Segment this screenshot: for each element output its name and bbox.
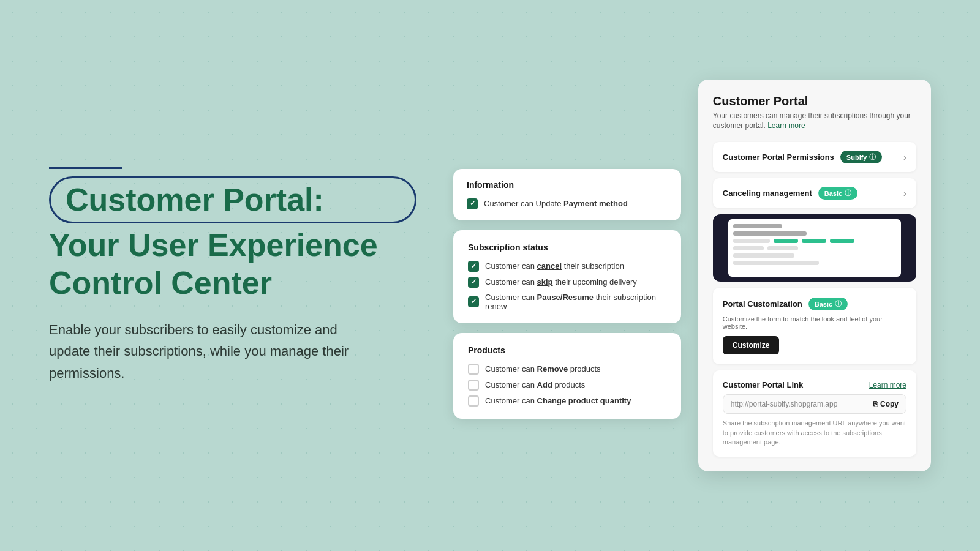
- ss-row-2: [733, 231, 896, 236]
- permissions-row[interactable]: Customer Portal Permissions Subify ⓘ ›: [713, 142, 916, 172]
- product-item-add: Customer can Add products: [468, 380, 666, 391]
- subscription-item-cancel: Customer can cancel their subscription: [468, 261, 666, 272]
- link-footnote: Share the subscription management URL an…: [723, 419, 907, 447]
- link-title: Customer Portal Link: [723, 380, 803, 389]
- copy-icon: ⎘: [873, 400, 878, 408]
- portal-panel: Customer Portal Your customers can manag…: [698, 80, 931, 472]
- title-outlined: Customer Portal:: [49, 176, 417, 223]
- info-icon: ⓘ: [869, 152, 876, 162]
- permissions-badge: Subify ⓘ: [840, 151, 883, 163]
- customize-button[interactable]: Customize: [723, 336, 780, 354]
- screenshot-inner: [728, 219, 901, 277]
- checkbox-add: [468, 380, 479, 391]
- checkbox-pause: [468, 296, 479, 307]
- link-section: Customer Portal Link Learn more http://p…: [713, 370, 916, 457]
- canceling-label: Canceling management: [723, 189, 812, 198]
- ss-row-4: [733, 246, 896, 250]
- product-item-change: Customer can Change product quantity: [468, 395, 666, 407]
- products-card-title: Products: [468, 345, 666, 355]
- subscription-item-skip: Customer can skip their upcoming deliver…: [468, 277, 666, 288]
- product-item-remove: Customer can Remove products: [468, 364, 666, 375]
- customization-label: Portal Customization: [723, 299, 802, 309]
- subscription-card-title: Subscription status: [468, 242, 666, 252]
- permissions-row-left: Customer Portal Permissions Subify ⓘ: [723, 151, 883, 163]
- ss-row-5: [733, 253, 896, 258]
- permissions-chevron: ›: [903, 152, 907, 163]
- cards-stack: Information Customer can Update Payment …: [453, 169, 681, 419]
- link-learn-more[interactable]: Learn more: [869, 381, 907, 389]
- learn-more-link[interactable]: Learn more: [767, 121, 805, 130]
- checkbox-change: [468, 395, 479, 407]
- link-header: Customer Portal Link Learn more: [723, 380, 907, 389]
- title-line2: Your User Experience: [49, 226, 417, 264]
- canceling-badge: Basic ⓘ: [818, 187, 858, 200]
- checkbox-skip: [468, 277, 479, 288]
- checkbox-remove: [468, 364, 479, 375]
- information-card: Information Customer can Update Payment …: [453, 169, 681, 220]
- link-input-row: http://portal-subify.shopgram.app ⎘ Copy: [723, 394, 907, 414]
- portal-panel-title: Customer Portal: [713, 94, 916, 108]
- canceling-row[interactable]: Canceling management Basic ⓘ ›: [713, 178, 916, 208]
- ss-row-3: [733, 239, 896, 243]
- left-section: Customer Portal: Your User Experience Co…: [49, 167, 417, 384]
- info-item-payment: Customer can Update Payment method: [467, 198, 668, 209]
- copy-button[interactable]: ⎘ Copy: [873, 400, 899, 408]
- canceling-chevron: ›: [903, 188, 907, 199]
- subscription-item-pause: Customer can Pause/Resume their subscrip…: [468, 293, 666, 311]
- title-line3: Control Center: [49, 264, 417, 302]
- subscription-card: Subscription status Customer can cancel …: [453, 230, 681, 323]
- screenshot-preview: [713, 214, 916, 282]
- ss-row-6: [733, 261, 896, 265]
- checkbox-checked: [467, 198, 478, 209]
- info-icon-custom: ⓘ: [835, 299, 842, 309]
- subtitle: Enable your subscribers to easily custom…: [49, 319, 368, 384]
- checkbox-cancel: [468, 261, 479, 272]
- products-card: Products Customer can Remove products Cu…: [453, 333, 681, 419]
- info-icon-canceling: ⓘ: [845, 189, 851, 198]
- ss-row-1: [733, 224, 896, 228]
- customization-row-top: Portal Customization Basic ⓘ: [723, 298, 907, 310]
- portal-panel-desc: Your customers can manage their subscrip…: [713, 111, 916, 132]
- link-url: http://portal-subify.shopgram.app: [731, 400, 873, 408]
- permissions-label: Customer Portal Permissions: [723, 152, 834, 162]
- title-decoration: [49, 167, 123, 169]
- customization-badge: Basic ⓘ: [809, 298, 848, 310]
- canceling-row-left: Canceling management Basic ⓘ: [723, 187, 858, 200]
- info-item-text: Customer can Update Payment method: [484, 199, 628, 208]
- customization-desc: Customize the form to match the look and…: [723, 315, 907, 330]
- right-section: Information Customer can Update Payment …: [453, 80, 931, 472]
- customization-section: Portal Customization Basic ⓘ Customize t…: [713, 288, 916, 364]
- info-card-title: Information: [467, 180, 668, 190]
- title-block: Customer Portal: Your User Experience Co…: [49, 167, 417, 302]
- copy-label: Copy: [880, 400, 899, 408]
